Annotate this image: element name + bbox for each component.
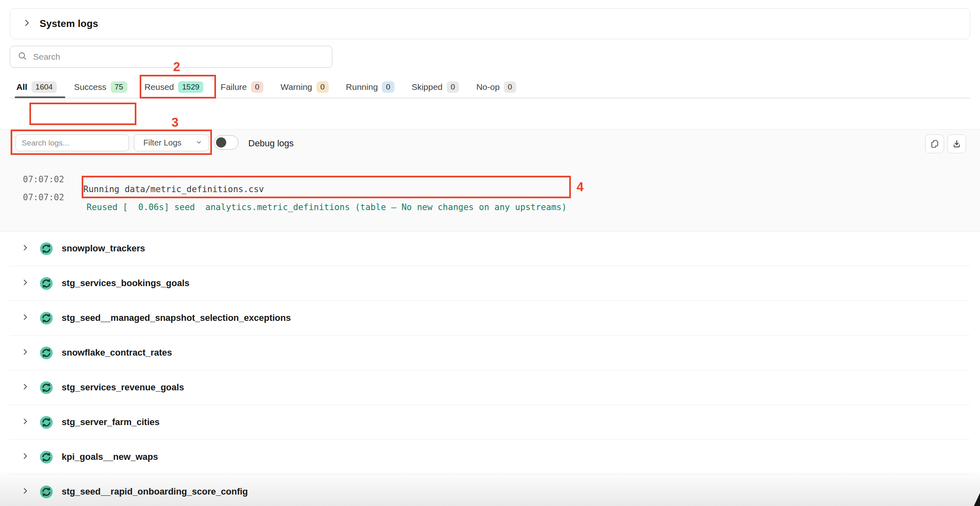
- list-item-name: snowplow_trackers: [62, 243, 145, 254]
- tab-label: Success: [74, 82, 106, 92]
- annotation-label-4: 4: [577, 180, 584, 195]
- chevron-down-icon: [196, 139, 202, 147]
- tab-label: Running: [346, 82, 378, 92]
- reused-status-icon: [40, 277, 53, 290]
- tab-count-badge: 0: [504, 81, 517, 93]
- list-item-name: stg_server_farm_cities: [62, 417, 160, 428]
- tab-label: Reused: [145, 82, 174, 92]
- list-item[interactable]: stg_seed__managed_snapshot_selection_exc…: [10, 301, 970, 336]
- tab-count-badge: 0: [447, 81, 459, 93]
- tab-count-badge: 1529: [178, 81, 203, 93]
- debug-logs-toggle[interactable]: [214, 135, 238, 150]
- download-logs-button[interactable]: [947, 134, 966, 153]
- log-message: Reused [ 0.06s] seed analytics.metric_de…: [87, 202, 567, 212]
- chevron-right-icon[interactable]: [21, 313, 29, 323]
- annotation-label-2: 2: [173, 60, 180, 74]
- chevron-right-icon[interactable]: [21, 452, 29, 462]
- debug-logs-label: Debug logs: [248, 138, 294, 149]
- filter-logs-label: Filter Logs: [143, 138, 181, 148]
- list-item[interactable]: kpi_goals__new_waps: [10, 440, 970, 475]
- chevron-right-icon[interactable]: [21, 348, 29, 358]
- tab[interactable]: All 1604: [16, 81, 57, 93]
- search-icon: [18, 51, 27, 63]
- reused-status-icon: [40, 312, 53, 325]
- chevron-right-icon[interactable]: [21, 278, 29, 288]
- tab[interactable]: No-op 0: [476, 81, 516, 93]
- annotation-label-3: 3: [172, 115, 178, 130]
- reused-status-icon: [40, 416, 53, 429]
- filter-logs-dropdown[interactable]: Filter Logs: [134, 134, 209, 151]
- log-timestamp: 07:07:02: [23, 193, 64, 202]
- tab[interactable]: Reused 1529: [145, 81, 204, 93]
- tab[interactable]: Failure 0: [220, 81, 263, 93]
- system-logs-page: System logs All 1604 Success 75 Reused 1…: [0, 0, 980, 506]
- copy-logs-button[interactable]: [925, 134, 944, 153]
- tab-count-badge: 0: [251, 81, 264, 93]
- search-input[interactable]: [32, 51, 332, 62]
- list-item[interactable]: stg_services_revenue_goals: [10, 370, 970, 405]
- expanded-item-row[interactable]: 1 metric_definitions: [0, 101, 980, 128]
- list-item-name: stg_seed__managed_snapshot_selection_exc…: [62, 313, 291, 323]
- chevron-right-icon[interactable]: [22, 18, 31, 29]
- list-item-name: stg_seed__rapid_onboarding_score_config: [62, 486, 248, 497]
- list-item-name: stg_services_bookings_goals: [62, 278, 189, 289]
- tab-label: Skipped: [412, 82, 443, 92]
- tab-label: No-op: [476, 82, 499, 92]
- list-item[interactable]: stg_seed__rapid_onboarding_score_config: [10, 475, 970, 506]
- list-item[interactable]: stg_services_bookings_goals: [10, 266, 970, 301]
- tab-count-badge: 75: [111, 81, 127, 93]
- list-item-name: kpi_goals__new_waps: [62, 452, 158, 462]
- tabs-divider: [10, 98, 970, 99]
- tab-count-badge: 1604: [31, 81, 57, 93]
- reused-status-icon: [40, 242, 53, 255]
- screen-corner: [974, 493, 980, 506]
- tab-label: Failure: [220, 82, 247, 92]
- list-item[interactable]: snowplow_trackers: [10, 231, 970, 266]
- tab[interactable]: Skipped 0: [412, 81, 459, 93]
- chevron-right-icon[interactable]: [21, 487, 29, 497]
- tab-count-badge: 0: [382, 81, 394, 93]
- status-tabs: All 1604 Success 75 Reused 1529 Failure …: [16, 78, 516, 96]
- log-search-input[interactable]: [16, 134, 129, 151]
- tab[interactable]: Warning 0: [281, 81, 329, 93]
- tab-label: Warning: [281, 82, 312, 92]
- tab-count-badge: 0: [316, 81, 329, 93]
- tab[interactable]: Running 0: [346, 81, 394, 93]
- system-logs-header[interactable]: System logs: [10, 8, 970, 39]
- chevron-right-icon[interactable]: [21, 244, 29, 253]
- log-line: 07:07:02 Reused [ 0.06s] seed analytics.…: [0, 183, 980, 222]
- reused-status-icon: [40, 381, 53, 394]
- reused-status-icon: [40, 347, 53, 359]
- chevron-right-icon[interactable]: [21, 383, 29, 392]
- tab-label: All: [16, 82, 27, 92]
- active-tab-underline: [15, 96, 65, 98]
- toggle-knob: [216, 137, 226, 148]
- reused-status-icon: [40, 486, 53, 498]
- search-container: [10, 46, 332, 68]
- list-item[interactable]: snowflake_contract_rates: [10, 336, 970, 370]
- tab[interactable]: Success 75: [74, 81, 127, 93]
- page-title: System logs: [40, 18, 98, 29]
- reused-status-icon: [40, 451, 53, 463]
- list-item-name: snowflake_contract_rates: [62, 347, 172, 358]
- list-item-name: stg_services_revenue_goals: [62, 382, 184, 393]
- list-item[interactable]: stg_server_farm_cities: [10, 405, 970, 440]
- chevron-right-icon[interactable]: [21, 417, 29, 427]
